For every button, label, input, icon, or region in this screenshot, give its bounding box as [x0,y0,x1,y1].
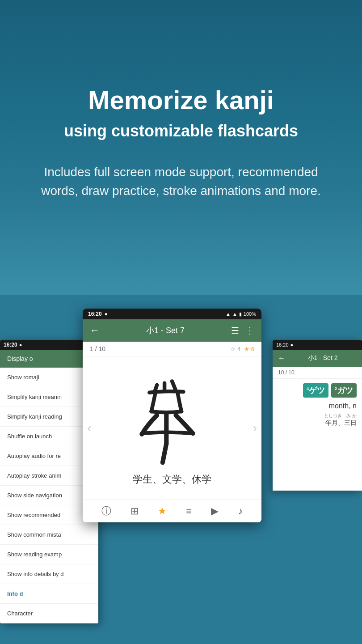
settings-item-reading-examples[interactable]: Show reading examp [0,545,98,564]
left-time: 16:20 [4,342,17,348]
right-toolbar-title: 小1 - Set 2 [289,354,357,362]
wifi-icon: ▲ [226,311,231,317]
info-icon[interactable]: ⓘ [101,504,111,518]
settings-item-info-d[interactable]: Info d [0,584,98,604]
card-stars: ☆ 4 ★ 6 [230,346,254,352]
list-bottom-icon[interactable]: ≡ [186,505,192,517]
left-status-icon: ● [19,342,22,347]
center-toolbar-title: 小1 - Set 7 [105,325,226,336]
center-statusbar-right: ▲ ▲ ▮ 100% [226,311,256,317]
star-icon[interactable]: ★ [158,505,167,517]
japanese-main: 年月、三日 [325,419,357,427]
back-button[interactable]: ← [90,325,100,336]
right-back-button[interactable]: ← [278,354,285,362]
card-progress: 1 / 10 [90,345,105,352]
prev-card-button[interactable]: ‹ [87,421,91,435]
hero-section: Memorize kanji using customizable flashc… [0,0,362,295]
next-card-button[interactable]: › [253,421,257,435]
grid-icon[interactable]: ⊞ [130,505,139,517]
hero-subtitle: using customizable flashcards [64,122,298,140]
settings-item-info-details[interactable]: Show info details by d [0,564,98,584]
right-counter: 10 / 10 [273,367,362,379]
kanji-words: 学生、文学、休学 [133,473,211,486]
meaning-text: month, n [329,402,357,410]
center-toolbar: ← 小1 - Set 7 ☰ ⋮ [83,319,261,342]
center-time: 16:20 [88,311,102,317]
card-content: ‹ [83,356,261,500]
right-toolbar: ← 小1 - Set 2 [273,350,362,367]
hero-title: Memorize kanji [88,86,274,114]
center-status-dot: ● [105,311,108,317]
kanji-badges: 4ゲツ 2ガツ [303,383,357,398]
japanese-small: としつき み か [324,413,357,419]
filled-star[interactable]: ★ 6 [244,346,254,352]
badge-getsu: 4ゲツ [303,383,328,398]
battery-indicator: ▮ [239,311,242,317]
bottom-bar: ⓘ ⊞ ★ ≡ ▶ ♪ [83,500,261,522]
center-statusbar-left: 16:20 ● [88,311,108,317]
list-icon[interactable]: ☰ [231,325,239,336]
right-card: 4ゲツ 2ガツ month, n としつき み か 年月、三日 [273,379,362,491]
right-status-dot: ● [290,342,294,347]
screenshots-area: 16:20 ● Display o Show romaji Simplify k… [0,295,362,644]
hero-description: Includes full screen mode support, recom… [25,163,337,200]
right-time: 16:20 [276,342,289,347]
phone-center: 16:20 ● ▲ ▲ ▮ 100% ← 小1 - Set 7 ☰ ⋮ 1 / … [83,309,261,522]
settings-item-character[interactable]: Character [0,604,98,623]
toolbar-icons: ☰ ⋮ [231,325,254,336]
empty-star[interactable]: ☆ 4 [230,346,240,352]
settings-item-common-mistakes[interactable]: Show common mista [0,525,98,545]
play-icon[interactable]: ▶ [211,505,219,517]
right-statusbar: 16:20 ● [273,340,362,350]
phone-right: 16:20 ● ← 小1 - Set 2 10 / 10 4ゲツ 2ガツ mon… [273,340,362,491]
audio-icon[interactable]: ♪ [238,505,243,517]
more-icon[interactable]: ⋮ [245,325,254,336]
kanji-svg [123,370,221,468]
center-statusbar: 16:20 ● ▲ ▲ ▮ 100% [83,309,261,319]
card-counter: 1 / 10 ☆ 4 ★ 6 [83,342,261,356]
signal-icon: ▲ [232,311,237,317]
battery-percent: 100% [244,311,256,317]
badge-gatsu: 2ガツ [331,383,357,398]
